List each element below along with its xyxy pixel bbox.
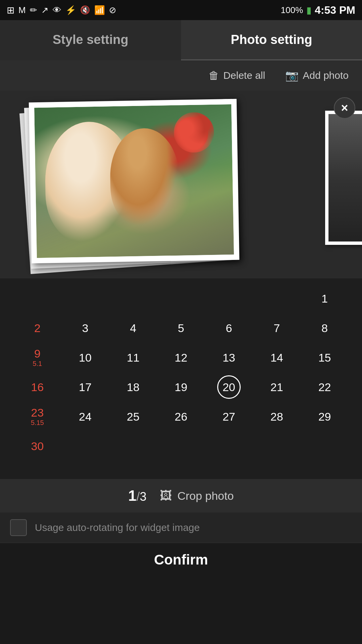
photo-image <box>34 104 234 258</box>
share-icon: ↗ <box>41 5 49 15</box>
cal-cell-29[interactable]: 29 <box>301 403 349 430</box>
cal-cell <box>253 285 301 312</box>
cal-cell-23[interactable]: 23 5.15 <box>13 403 61 430</box>
cal-cell-19[interactable]: 19 <box>157 374 205 400</box>
bottom-bar: 1/3 🖼 Crop photo <box>0 479 362 513</box>
calendar-row-6: 30 <box>13 433 349 460</box>
calendar-row-5: 23 5.15 24 25 26 27 28 29 <box>13 403 349 430</box>
cal-cell-14[interactable]: 14 <box>253 344 301 371</box>
calendar-grid: 1 2 3 4 5 6 7 8 9 5.1 10 11 12 13 14 15 … <box>13 285 349 460</box>
cal-cell-27[interactable]: 27 <box>205 403 253 430</box>
cal-cell <box>13 285 61 312</box>
tab-bar: Style setting Photo setting <box>0 20 362 60</box>
gmail-icon: M <box>18 5 26 15</box>
cal-cell-13[interactable]: 13 <box>205 344 253 371</box>
cal-cell <box>157 285 205 312</box>
eye-icon: 👁 <box>53 5 61 15</box>
cal-cell-28[interactable]: 28 <box>253 403 301 430</box>
cal-cell-empty <box>205 433 253 460</box>
status-icons-right: 100% ▮ 4:53 PM <box>281 4 355 16</box>
cal-cell-30[interactable]: 30 <box>13 433 61 460</box>
calendar-row-1: 1 <box>13 285 349 312</box>
bluetooth-icon: ⚡ <box>65 5 76 15</box>
auto-rotate-bar: Usage auto-rotating for widget image <box>0 513 362 543</box>
cal-cell-24[interactable]: 24 <box>61 403 109 430</box>
cal-cell <box>109 285 157 312</box>
cal-cell-26[interactable]: 26 <box>157 403 205 430</box>
wifi-icon: 📶 <box>94 5 105 15</box>
photo-card-next[interactable] <box>325 111 362 245</box>
status-bar: ⊞ M ✏ ↗ 👁 ⚡ 🔇 📶 ⊘ 100% ▮ 4:53 PM <box>0 0 362 20</box>
crop-icon: 🖼 <box>160 489 172 503</box>
page-separator: / <box>136 490 140 503</box>
auto-rotate-checkbox[interactable] <box>10 519 27 536</box>
photo-right-image <box>328 114 362 241</box>
cal-cell-3[interactable]: 3 <box>61 315 109 341</box>
auto-rotate-label: Usage auto-rotating for widget image <box>35 522 200 533</box>
cal-cell-20[interactable]: 20 <box>205 374 253 400</box>
status-icons-left: ⊞ M ✏ ↗ 👁 ⚡ 🔇 📶 ⊘ <box>7 5 116 16</box>
confirm-button[interactable]: Confirm <box>154 552 208 568</box>
crop-label: Crop photo <box>177 489 234 502</box>
delete-all-button[interactable]: 🗑 Delete all <box>208 69 265 82</box>
cal-cell-18[interactable]: 18 <box>109 374 157 400</box>
cal-cell-empty <box>109 433 157 460</box>
cal-cell <box>61 285 109 312</box>
trash-icon: 🗑 <box>208 69 219 82</box>
cal-cell-22[interactable]: 22 <box>301 374 349 400</box>
close-icon: × <box>341 101 348 115</box>
cal-cell-11[interactable]: 11 <box>109 344 157 371</box>
action-bar: 🗑 Delete all 📷 Add photo <box>0 60 362 91</box>
cal-cell-21[interactable]: 21 <box>253 374 301 400</box>
photo-card-main[interactable] <box>29 99 239 264</box>
cal-cell-5[interactable]: 5 <box>157 315 205 341</box>
cal-cell-2[interactable]: 2 <box>13 315 61 341</box>
cal-cell-6[interactable]: 6 <box>205 315 253 341</box>
cal-cell-9[interactable]: 9 5.1 <box>13 344 61 371</box>
calendar-section: 1 2 3 4 5 6 7 8 9 5.1 10 11 12 13 14 15 … <box>0 278 362 472</box>
delete-all-label: Delete all <box>223 70 265 81</box>
photo-carousel: × <box>0 91 362 278</box>
add-photo-button[interactable]: 📷 Add photo <box>285 69 349 82</box>
confirm-bar: Confirm <box>0 543 362 576</box>
camera-icon: 📷 <box>285 69 299 82</box>
status-time: 4:53 PM <box>315 4 355 16</box>
cal-cell-empty <box>61 433 109 460</box>
calendar-row-3: 9 5.1 10 11 12 13 14 15 <box>13 344 349 371</box>
cal-cell-empty <box>253 433 301 460</box>
page-indicator: 1/3 <box>128 487 147 504</box>
cal-cell-8[interactable]: 8 <box>301 315 349 341</box>
cal-cell-empty <box>301 433 349 460</box>
cal-cell-16[interactable]: 16 <box>13 374 61 400</box>
tab-photo-setting[interactable]: Photo setting <box>181 20 362 60</box>
cal-cell-1[interactable]: 1 <box>301 285 349 312</box>
cal-cell-12[interactable]: 12 <box>157 344 205 371</box>
spacer <box>0 472 362 479</box>
cal-cell-15[interactable]: 15 <box>301 344 349 371</box>
cal-cell-7[interactable]: 7 <box>253 315 301 341</box>
cal-cell-10[interactable]: 10 <box>61 344 109 371</box>
calendar-row-2: 2 3 4 5 6 7 8 <box>13 315 349 341</box>
cal-cell-4[interactable]: 4 <box>109 315 157 341</box>
battery-icon: ▮ <box>306 5 311 16</box>
cal-cell-17[interactable]: 17 <box>61 374 109 400</box>
edit-icon: ✏ <box>30 5 37 15</box>
add-icon: ⊞ <box>7 5 14 16</box>
crop-photo-button[interactable]: 🖼 Crop photo <box>160 489 234 503</box>
cal-cell-25[interactable]: 25 <box>109 403 157 430</box>
cal-cell <box>205 285 253 312</box>
calendar-row-4: 16 17 18 19 20 21 22 <box>13 374 349 400</box>
battery-percent: 100% <box>281 5 303 15</box>
add-photo-label: Add photo <box>303 70 349 81</box>
tab-style-setting[interactable]: Style setting <box>0 20 181 60</box>
page-total: 3 <box>140 490 146 503</box>
cal-cell-empty <box>157 433 205 460</box>
page-current: 1 <box>128 487 136 504</box>
block-icon: ⊘ <box>109 5 116 15</box>
close-photo-button[interactable]: × <box>334 97 355 119</box>
mute-icon: 🔇 <box>80 5 90 15</box>
